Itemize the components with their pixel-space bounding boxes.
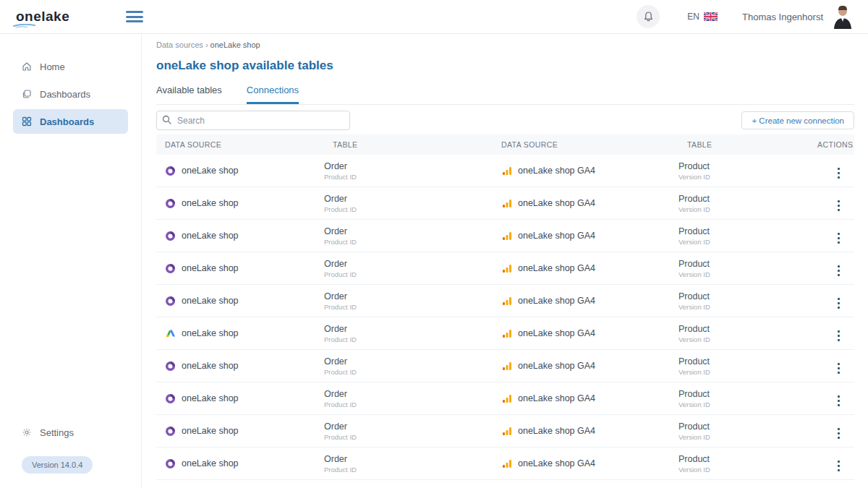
column-header-data-source-2: DATA SOURCE (493, 140, 678, 149)
actions-cell (809, 355, 854, 377)
shop-icon (165, 263, 176, 274)
ga4-icon (501, 198, 512, 209)
source-name: oneLake shop (182, 361, 239, 371)
table-name: Order (324, 194, 493, 204)
sidebar-item-label: Dashboards (40, 116, 94, 127)
menu-toggle-icon[interactable] (126, 11, 143, 22)
table-name: Product (678, 324, 809, 334)
table-row: oneLake shop Order Product ID oneLake sh… (156, 220, 854, 252)
shop-icon (165, 296, 176, 307)
ga4-icon (501, 361, 512, 372)
sidebar-item-dashboards-active[interactable]: Dashboards (13, 109, 128, 134)
ga4-icon (501, 231, 512, 241)
source-name: oneLake shop (182, 296, 239, 306)
row-actions-menu-icon[interactable] (835, 230, 843, 247)
table-row: oneLake shop Order Product ID oneLake sh… (156, 382, 854, 415)
table-key: Version ID (678, 401, 809, 408)
language-selector[interactable]: EN (687, 12, 718, 22)
table-row: oneLake shop Order Product ID oneLake sh… (156, 448, 854, 480)
shop-icon (165, 458, 176, 469)
table-key: Product ID (324, 335, 493, 343)
table-name: Order (324, 291, 493, 301)
page-title: oneLake shop available tables (156, 59, 854, 73)
table-name: Product (678, 194, 809, 204)
ga4-icon (501, 328, 512, 339)
table-body: oneLake shop Order Product ID oneLake sh… (156, 155, 854, 488)
source-cell-1: oneLake shop (156, 231, 324, 241)
source-cell-2: oneLake shop GA4 (493, 198, 678, 209)
table-name: Product (678, 161, 809, 171)
table-key: Product ID (324, 270, 493, 278)
actions-cell (809, 225, 854, 247)
table-cell-1: Order Product ID (324, 194, 493, 213)
breadcrumb-parent[interactable]: Data sources (156, 40, 203, 49)
sidebar-item-settings[interactable]: Settings (13, 420, 128, 445)
table-key: Version ID (678, 238, 809, 246)
row-actions-menu-icon[interactable] (835, 197, 843, 214)
row-actions-menu-icon[interactable] (835, 425, 843, 442)
sidebar-item-home[interactable]: Home (13, 54, 128, 79)
source-cell-1: oneLake shop (156, 328, 324, 339)
row-actions-menu-icon[interactable] (835, 295, 843, 312)
table-key: Version ID (678, 303, 809, 311)
source-cell-2: oneLake shop GA4 (493, 426, 678, 437)
source-cell-1: oneLake shop (156, 296, 324, 307)
breadcrumb-current: oneLake shop (210, 40, 260, 49)
topbar-right: EN Thomas Ingenhorst (637, 4, 854, 29)
actions-cell (809, 192, 854, 214)
table-cell-2: Product Version ID (678, 226, 809, 246)
table-name: Product (678, 291, 809, 301)
row-actions-menu-icon[interactable] (835, 165, 843, 181)
app-logo[interactable]: onelake (16, 9, 69, 25)
actions-cell (809, 388, 854, 409)
row-actions-menu-icon[interactable] (835, 458, 843, 474)
table-key: Product ID (324, 466, 493, 474)
table-name: Order (324, 356, 493, 367)
source-name: oneLake shop GA4 (518, 361, 595, 371)
table-cell-2: Product Version ID (678, 389, 809, 408)
source-name: oneLake shop (182, 393, 239, 403)
source-name: oneLake shop GA4 (518, 198, 595, 208)
sidebar: Home Dashboards Dashboards Settin (0, 34, 142, 488)
search-input[interactable] (156, 111, 350, 130)
create-connection-button[interactable]: + Create new connection (741, 111, 854, 129)
table-key: Version ID (678, 173, 809, 181)
table-key: Version ID (678, 368, 809, 376)
sidebar-item-dashboards[interactable]: Dashboards (13, 82, 128, 106)
user-name[interactable]: Thomas Ingenhorst (742, 12, 823, 22)
table-header-row: DATA SOURCE TABLE DATA SOURCE TABLE ACTI… (156, 134, 854, 155)
table-cell-2: Product Version ID (678, 421, 809, 441)
source-cell-2: oneLake shop GA4 (493, 263, 678, 274)
table-key: Version ID (678, 270, 809, 278)
sidebar-item-label: Home (40, 61, 65, 72)
tab-available-tables[interactable]: Available tables (156, 85, 222, 104)
source-name: oneLake shop (182, 166, 239, 176)
shop-icon (165, 426, 176, 437)
row-actions-menu-icon[interactable] (835, 328, 843, 344)
table-key: Product ID (324, 173, 493, 181)
user-avatar[interactable] (832, 4, 854, 29)
table-cell-1: Order Product ID (324, 389, 493, 408)
column-header-table-1: TABLE (324, 140, 493, 149)
table-cell-1: Order Product ID (324, 421, 493, 441)
source-name: oneLake shop GA4 (518, 458, 595, 468)
table-name: Product (678, 226, 809, 236)
source-cell-2: oneLake shop GA4 (493, 393, 678, 404)
table-cell-1: Order Product ID (324, 291, 493, 311)
tab-connections[interactable]: Connections (247, 85, 299, 104)
search-box (156, 111, 350, 130)
table-cell-1: Order Product ID (324, 161, 493, 181)
table-key: Product ID (324, 303, 493, 311)
tab-bar: Available tables Connections (156, 85, 854, 105)
actions-cell (809, 290, 854, 312)
source-name: oneLake shop GA4 (518, 231, 595, 241)
table-cell-2: Product Version ID (678, 194, 809, 213)
source-cell-1: oneLake shop (156, 393, 324, 404)
row-actions-menu-icon[interactable] (835, 262, 843, 279)
table-key: Product ID (324, 205, 493, 213)
table-row: oneLake shop Order Product ID oneLake sh… (156, 155, 854, 187)
notifications-button[interactable] (637, 5, 660, 28)
row-actions-menu-icon[interactable] (835, 360, 843, 377)
table-name: Order (324, 324, 493, 334)
row-actions-menu-icon[interactable] (835, 393, 843, 409)
